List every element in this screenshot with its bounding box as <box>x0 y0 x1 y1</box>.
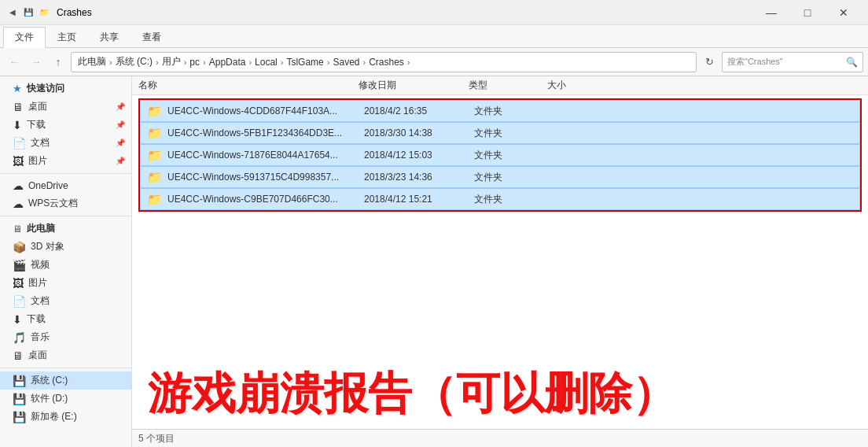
sidebar-item-video[interactable]: 🎬 视频 <box>0 256 131 274</box>
breadcrumb: 此电脑 › 系统 (C:) › 用户 › pc › AppData › Loca… <box>78 55 412 68</box>
sidebar-item-3d[interactable]: 📦 3D 对象 <box>0 238 131 256</box>
forward-button[interactable]: → <box>27 53 46 72</box>
folder-icon: 📁 <box>147 148 163 163</box>
pics2-icon: 🖼 <box>13 277 24 290</box>
sidebar-label-desktop2: 桌面 <box>28 349 47 362</box>
sidebar-label-e: 新加卷 (E:) <box>31 410 77 423</box>
sidebar-label-wpsdocs: WPS云文档 <box>28 197 78 210</box>
col-size[interactable]: 大小 <box>547 79 610 92</box>
sidebar-label-quickaccess: 快速访问 <box>27 82 64 95</box>
address-bar[interactable]: 此电脑 › 系统 (C:) › 用户 › pc › AppData › Loca… <box>71 52 697 72</box>
pin-icon: 📌 <box>116 139 125 147</box>
folder-icon: 📁 <box>147 192 163 207</box>
sidebar-label-d: 软件 (D:) <box>31 392 68 405</box>
crumb-appdata[interactable]: AppData <box>209 57 246 68</box>
file-name: UE4CC-Windows-71876E8044A17654... <box>167 150 364 161</box>
sidebar-item-download2[interactable]: ⬇ 下载 <box>0 310 131 328</box>
sidebar-item-pics2[interactable]: 🖼 图片 <box>0 274 131 292</box>
col-date[interactable]: 修改日期 <box>359 79 469 92</box>
file-date: 2018/3/23 14:36 <box>364 172 474 183</box>
file-name: UE4CC-Windows-5913715C4D998357... <box>167 172 364 183</box>
sidebar-item-c[interactable]: 💾 系统 (C:) <box>0 371 131 390</box>
onedrive-icon: ☁ <box>13 179 24 192</box>
title-bar-icons: ◀ 💾 📁 <box>6 6 50 19</box>
sidebar-label-music: 音乐 <box>31 331 50 344</box>
crumb-pc[interactable]: pc <box>189 57 200 68</box>
sidebar-label-video: 视频 <box>31 258 50 272</box>
table-row[interactable]: 📁 UE4CC-Windows-4CDD687F44F103A... 2018/… <box>140 100 860 122</box>
quick-access-icon: ◀ <box>6 6 19 19</box>
file-type: 文件夹 <box>474 127 553 140</box>
selected-files-group: 📁 UE4CC-Windows-4CDD687F44F103A... 2018/… <box>138 98 862 212</box>
search-placeholder: 搜索"Crashes" <box>727 56 846 68</box>
table-row[interactable]: 📁 UE4CC-Windows-5913715C4D998357... 2018… <box>140 166 860 188</box>
sidebar-label-desktop1: 桌面 <box>28 100 47 113</box>
sidebar-divider3 <box>0 368 131 368</box>
sidebar-item-desktop1[interactable]: 🖥 桌面 📌 <box>0 98 131 116</box>
folder-icon: 📁 <box>147 170 163 185</box>
back-button[interactable]: ← <box>5 53 24 72</box>
folder-icon: 📁 <box>147 104 163 119</box>
sidebar: ★ 快速访问 🖥 桌面 📌 ⬇ 下载 📌 📄 文档 📌 🖼 图片 📌 ☁ One… <box>0 76 132 447</box>
file-date: 2018/4/12 15:03 <box>364 150 474 161</box>
save-icon: 💾 <box>22 6 35 19</box>
file-type: 文件夹 <box>474 171 553 184</box>
table-row[interactable]: 📁 UE4CC-Windows-71876E8044A17654... 2018… <box>140 144 860 166</box>
ribbon-tabs: 文件 主页 共享 查看 <box>0 25 868 47</box>
tab-file[interactable]: 文件 <box>3 27 46 48</box>
crumb-local[interactable]: Local <box>255 57 278 68</box>
drive-c-icon: 💾 <box>13 375 26 387</box>
file-date: 2018/3/30 14:38 <box>364 127 474 139</box>
file-date: 2018/4/12 15:21 <box>364 194 474 205</box>
sidebar-label-pics1: 图片 <box>28 154 47 168</box>
maximize-button[interactable]: □ <box>789 0 826 25</box>
crumb-c[interactable]: 系统 (C:) <box>116 55 153 68</box>
tab-home[interactable]: 主页 <box>46 27 88 47</box>
file-type: 文件夹 <box>474 193 553 206</box>
sidebar-section-thispc: 🖥 此电脑 <box>0 220 131 238</box>
tab-share[interactable]: 共享 <box>88 27 131 47</box>
sidebar-label-c: 系统 (C:) <box>31 374 68 387</box>
annotation-text: 游戏崩溃报告（可以删除） <box>148 364 676 424</box>
sidebar-section-quickaccess: ★ 快速访问 <box>0 79 131 98</box>
col-type[interactable]: 类型 <box>469 79 547 92</box>
desktop2-icon: 🖥 <box>13 349 24 362</box>
minimize-button[interactable]: — <box>753 0 789 25</box>
crumb-crashes[interactable]: Crashes <box>369 57 404 68</box>
close-button[interactable]: ✕ <box>826 0 862 25</box>
search-box[interactable]: 搜索"Crashes" 🔍 <box>722 52 863 72</box>
file-date: 2018/4/2 16:35 <box>364 105 474 116</box>
sidebar-item-docs2[interactable]: 📄 文档 <box>0 292 131 310</box>
window-controls: — □ ✕ <box>753 0 862 25</box>
search-icon[interactable]: 🔍 <box>846 57 858 68</box>
sidebar-label-docs1: 文档 <box>31 136 50 150</box>
crumb-tslgame[interactable]: TslGame <box>286 57 323 68</box>
col-name[interactable]: 名称 <box>138 79 359 92</box>
file-name: UE4CC-Windows-C9BE707D466FC30... <box>167 194 364 205</box>
sidebar-item-onedrive[interactable]: ☁ OneDrive <box>0 177 131 194</box>
crumb-saved[interactable]: Saved <box>333 57 359 68</box>
crumb-users[interactable]: 用户 <box>162 55 181 68</box>
file-name: UE4CC-Windows-4CDD687F44F103A... <box>167 105 364 116</box>
table-row[interactable]: 📁 UE4CC-Windows-5FB1F1234364DD3E... 2018… <box>140 122 860 144</box>
sidebar-item-wpsdocs[interactable]: ☁ WPS云文档 <box>0 194 131 212</box>
crumb-thispc[interactable]: 此电脑 <box>78 55 106 68</box>
status-bar: 5 个项目 <box>132 429 868 447</box>
pics-icon: 🖼 <box>13 155 24 168</box>
sidebar-item-d[interactable]: 💾 软件 (D:) <box>0 390 131 408</box>
drive-e-icon: 💾 <box>13 411 26 423</box>
file-headers: 名称 修改日期 类型 大小 <box>132 76 868 95</box>
up-button[interactable]: ↑ <box>49 53 68 72</box>
sidebar-label-thispc: 此电脑 <box>27 222 55 235</box>
sidebar-item-docs1[interactable]: 📄 文档 📌 <box>0 134 131 152</box>
tab-view[interactable]: 查看 <box>131 27 173 47</box>
table-row[interactable]: 📁 UE4CC-Windows-C9BE707D466FC30... 2018/… <box>140 188 860 210</box>
sidebar-item-desktop2[interactable]: 🖥 桌面 <box>0 346 131 364</box>
sidebar-item-music[interactable]: 🎵 音乐 <box>0 328 131 346</box>
sidebar-item-download1[interactable]: ⬇ 下载 📌 <box>0 116 131 134</box>
refresh-button[interactable]: ↻ <box>700 53 719 72</box>
sidebar-item-e[interactable]: 💾 新加卷 (E:) <box>0 408 131 426</box>
folder-icon: 📁 <box>38 6 50 19</box>
sidebar-label-download1: 下载 <box>27 118 46 131</box>
sidebar-item-pics1[interactable]: 🖼 图片 📌 <box>0 152 131 170</box>
